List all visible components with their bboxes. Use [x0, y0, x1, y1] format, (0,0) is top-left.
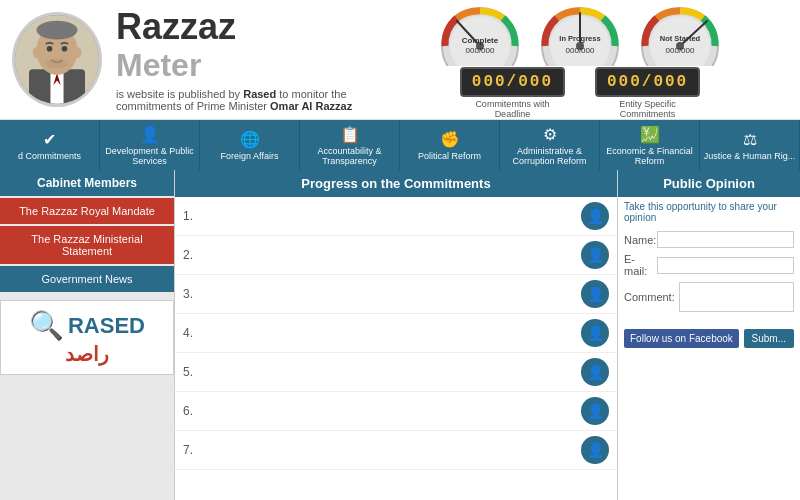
nav-label-commitments: d Commitments: [18, 151, 81, 161]
svg-point-6: [33, 47, 40, 58]
nav-item-political[interactable]: ✊ Political Reform: [400, 120, 500, 170]
right-panel: Public Opinion Take this opportunity to …: [618, 170, 800, 500]
rased-logo-en: RASED: [68, 313, 145, 339]
comment-field-row: Comment:: [624, 282, 794, 312]
opinion-form: Name: E-mail: Comment:: [618, 227, 800, 321]
svg-point-9: [62, 46, 68, 52]
svg-text:000/000: 000/000: [666, 46, 695, 55]
comment-label: Comment:: [624, 291, 679, 303]
row-icon: 👤: [581, 358, 609, 386]
clipboard-icon: 📋: [340, 125, 360, 144]
check-icon: ✔: [43, 130, 56, 149]
nav-item-accountability[interactable]: 📋 Accountability & Transparency: [300, 120, 400, 170]
counter-deadline-desc: Commitemtns with Deadline: [467, 99, 557, 119]
center-panel: Progress on the Commitments 1. 👤 2. 👤 3.…: [175, 170, 618, 500]
row-num: 7.: [183, 443, 203, 457]
opinion-footer: Follow us on Facebook Subm...: [618, 325, 800, 352]
header-subtitle: is website is published by Rased to moni…: [116, 88, 372, 112]
gauge-complete: Complete 000/000: [435, 1, 525, 61]
counter-entity-desc: Entity Specific Commitments: [603, 99, 693, 119]
nav-label-foreign: Foreign Affairs: [221, 151, 279, 161]
row-num: 1.: [183, 209, 203, 223]
gauge-complete-svg: Complete 000/000: [435, 1, 525, 61]
svg-point-10: [46, 59, 68, 68]
table-row: 6. 👤: [175, 392, 617, 431]
nav-item-commitments[interactable]: ✔ d Commitments: [0, 120, 100, 170]
email-label: E-mail:: [624, 253, 657, 277]
row-icon: 👤: [581, 202, 609, 230]
avatar: [12, 12, 102, 107]
header-left: Razzaz Meter is website is published by …: [12, 7, 372, 112]
table-row: 2. 👤: [175, 236, 617, 275]
svg-point-5: [36, 21, 77, 40]
government-news-link[interactable]: Government News: [0, 266, 174, 292]
name-field-row: Name:: [624, 231, 794, 248]
rased-logo: 🔍 RASED راصد: [0, 300, 174, 375]
svg-text:Complete: Complete: [462, 36, 499, 45]
row-icon: 👤: [581, 319, 609, 347]
table-row: 3. 👤: [175, 275, 617, 314]
row-icon: 👤: [581, 241, 609, 269]
brand-subtitle: Meter: [116, 47, 372, 84]
gauge-inprogress-svg: In Progress 000/000: [535, 1, 625, 61]
svg-text:Not Started: Not Started: [660, 34, 701, 43]
table-row: 1. 👤: [175, 197, 617, 236]
nav-item-justice[interactable]: ⚖ Justice & Human Rig...: [700, 120, 800, 170]
nav-label-administrative: Administrative & Corruption Reform: [502, 146, 597, 166]
table-row: 4. 👤: [175, 314, 617, 353]
left-panel: Cabinet Members The Razzaz Royal Mandate…: [0, 170, 175, 500]
nav-item-foreign[interactable]: 🌐 Foreign Affairs: [200, 120, 300, 170]
nav-label-political: Political Reform: [418, 151, 481, 161]
counter-deadline: 000/000 Commitemtns with Deadline: [460, 67, 565, 119]
svg-point-7: [74, 47, 81, 58]
scales-icon: ⚖: [743, 130, 757, 149]
nav-bar: ✔ d Commitments 👤 Development & Public S…: [0, 120, 800, 170]
svg-text:000/000: 000/000: [566, 46, 595, 55]
header: Razzaz Meter is website is published by …: [0, 0, 800, 120]
table-row: 7. 👤: [175, 431, 617, 470]
row-icon: 👤: [581, 397, 609, 425]
svg-text:In Progress: In Progress: [559, 34, 600, 43]
svg-text:000/000: 000/000: [466, 46, 495, 55]
gauges-area: Complete 000/000: [372, 1, 788, 119]
royal-mandate-link[interactable]: The Razzaz Royal Mandate: [0, 198, 174, 224]
nav-label-accountability: Accountability & Transparency: [302, 146, 397, 166]
row-num: 6.: [183, 404, 203, 418]
row-num: 5.: [183, 365, 203, 379]
nav-label-development: Development & Public Services: [102, 146, 197, 166]
name-input[interactable]: [657, 231, 794, 248]
magnifier-icon: 🔍: [29, 309, 64, 342]
commitments-header: Progress on the Commitments: [175, 170, 617, 197]
counters-row: 000/000 Commitemtns with Deadline 000/00…: [460, 67, 700, 119]
submit-button[interactable]: Subm...: [744, 329, 794, 348]
svg-point-8: [47, 46, 53, 52]
email-field-row: E-mail:: [624, 253, 794, 277]
nav-label-justice: Justice & Human Rig...: [704, 151, 796, 161]
main-content: Cabinet Members The Razzaz Royal Mandate…: [0, 170, 800, 500]
nav-item-administrative[interactable]: ⚙ Administrative & Corruption Reform: [500, 120, 600, 170]
row-num: 3.: [183, 287, 203, 301]
nav-item-development[interactable]: 👤 Development & Public Services: [100, 120, 200, 170]
email-input[interactable]: [657, 257, 794, 274]
table-row: 5. 👤: [175, 353, 617, 392]
gear-icon: ⚙: [543, 125, 557, 144]
row-num: 2.: [183, 248, 203, 262]
person-icon: 👤: [140, 125, 160, 144]
nav-item-economic[interactable]: 💹 Economic & Financial Reform: [600, 120, 700, 170]
cabinet-header: Cabinet Members: [0, 170, 174, 196]
gauges-row: Complete 000/000: [435, 1, 725, 61]
fist-icon: ✊: [440, 130, 460, 149]
comment-input[interactable]: [679, 282, 794, 312]
opinion-invite: Take this opportunity to share your opin…: [618, 197, 800, 227]
facebook-button[interactable]: Follow us on Facebook: [624, 329, 739, 348]
name-label: Name:: [624, 234, 657, 246]
ministerial-statement-link[interactable]: The Razzaz Ministerial Statement: [0, 226, 174, 264]
row-icon: 👤: [581, 280, 609, 308]
gauge-in-progress: In Progress 000/000: [535, 1, 625, 61]
counter-entity: 000/000 Entity Specific Commitments: [595, 67, 700, 119]
opinion-header: Public Opinion: [618, 170, 800, 197]
row-num: 4.: [183, 326, 203, 340]
gauge-notstarted-svg: Not Started 000/000: [635, 1, 725, 61]
chart-icon: 💹: [640, 125, 660, 144]
gauge-not-started: Not Started 000/000: [635, 1, 725, 61]
